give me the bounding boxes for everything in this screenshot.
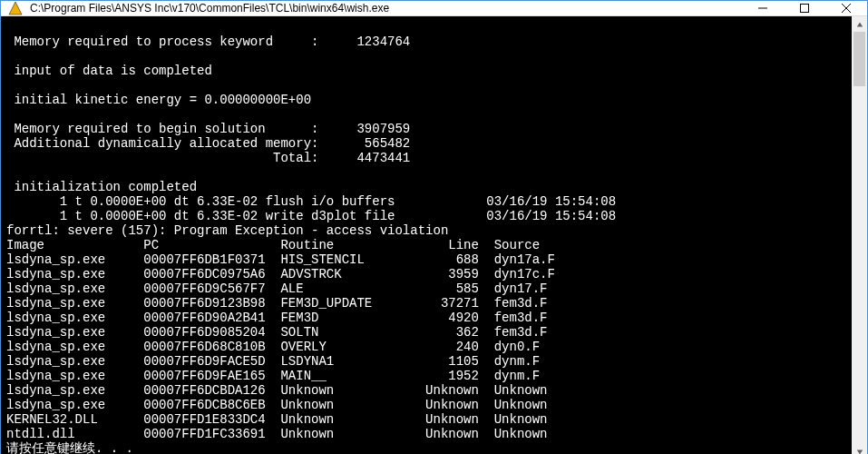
title-bar[interactable]: C:\Program Files\ANSYS Inc\v170\CommonFi… <box>1 1 867 16</box>
svg-marker-5 <box>856 22 862 26</box>
scroll-track[interactable] <box>852 32 867 444</box>
minimize-button[interactable] <box>742 1 784 15</box>
svg-marker-0 <box>9 2 22 15</box>
window-controls <box>742 1 867 15</box>
app-window: C:\Program Files\ANSYS Inc\v170\CommonFi… <box>0 0 868 454</box>
ansys-app-icon <box>8 1 23 15</box>
client-area: Memory required to process keyword : 123… <box>1 16 867 454</box>
scroll-down-button[interactable] <box>852 444 867 454</box>
window-title: C:\Program Files\ANSYS Inc\v170\CommonFi… <box>30 2 742 15</box>
maximize-button[interactable] <box>784 1 825 15</box>
console-output[interactable]: Memory required to process keyword : 123… <box>1 16 852 454</box>
svg-rect-2 <box>801 5 809 13</box>
scroll-thumb[interactable] <box>853 32 865 86</box>
scroll-up-button[interactable] <box>852 16 867 32</box>
vertical-scrollbar <box>852 16 867 454</box>
close-button[interactable] <box>825 1 867 15</box>
svg-marker-6 <box>856 449 862 454</box>
